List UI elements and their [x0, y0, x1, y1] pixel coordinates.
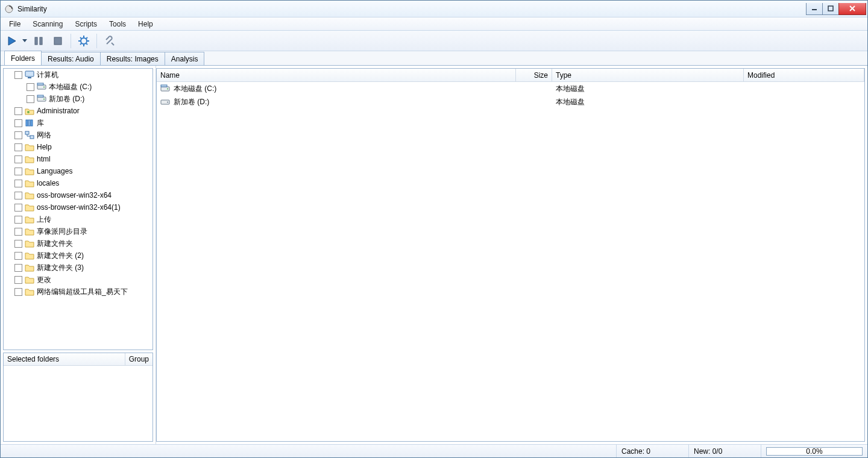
- cell-type: 本地磁盘: [552, 84, 744, 94]
- checkbox[interactable]: [27, 95, 34, 103]
- tree-item-6[interactable]: locales: [4, 177, 153, 189]
- checkbox[interactable]: [14, 119, 22, 127]
- group-col[interactable]: Group: [125, 353, 153, 365]
- svg-marker-6: [22, 39, 27, 42]
- checkbox[interactable]: [14, 168, 22, 175]
- tree-label: Help: [37, 143, 52, 151]
- checkbox[interactable]: [14, 143, 22, 151]
- play-dropdown[interactable]: [21, 33, 28, 49]
- tree-label: locales: [37, 179, 59, 187]
- settings-button[interactable]: [75, 33, 93, 49]
- close-button[interactable]: [838, 3, 866, 15]
- play-button[interactable]: [3, 33, 21, 49]
- tree-item-7[interactable]: oss-browser-win32-x64: [4, 189, 153, 201]
- checkbox[interactable]: [14, 228, 22, 236]
- tab-analysis[interactable]: Analysis: [165, 52, 205, 65]
- stop-icon: [53, 36, 63, 46]
- checkbox[interactable]: [14, 288, 22, 296]
- tree-item-8[interactable]: oss-browser-win32-x64(1): [4, 201, 153, 213]
- tree-item-11[interactable]: 新建文件夹: [4, 237, 153, 249]
- tree-label: 库: [37, 118, 44, 128]
- tree-item-3[interactable]: Help: [4, 141, 153, 153]
- tab-results-images[interactable]: Results: Images: [100, 52, 165, 65]
- checkbox[interactable]: [14, 276, 22, 284]
- tree-item-4[interactable]: html: [4, 153, 153, 165]
- tree-label: 网络: [37, 130, 51, 140]
- tree-root-computer[interactable]: 计算机: [4, 69, 153, 81]
- stop-button[interactable]: [49, 33, 67, 49]
- col-size[interactable]: Size: [516, 69, 552, 81]
- tree-item-15[interactable]: 网络编辑超级工具箱_易天下: [4, 286, 153, 298]
- tree-label: Administrator: [37, 107, 80, 115]
- toolbar-separator: [96, 34, 97, 48]
- checkbox[interactable]: [14, 216, 22, 224]
- menu-scanning[interactable]: Scanning: [27, 17, 69, 30]
- titlebar[interactable]: Similarity: [1, 1, 867, 17]
- checkbox[interactable]: [14, 131, 22, 139]
- pause-button[interactable]: [30, 33, 48, 49]
- progress-bar: 0.0%: [766, 447, 863, 456]
- checkbox[interactable]: [14, 240, 22, 248]
- library-icon: [25, 118, 34, 128]
- status-new: New: 0/0: [688, 445, 761, 457]
- checkbox[interactable]: [14, 107, 22, 115]
- tools-button[interactable]: [101, 33, 119, 49]
- maximize-button[interactable]: [822, 3, 839, 15]
- checkbox[interactable]: [14, 252, 22, 260]
- col-name[interactable]: Name: [157, 69, 516, 81]
- cell-name: 本地磁盘 (C:): [157, 84, 516, 94]
- list-row-0[interactable]: 本地磁盘 (C:)本地磁盘: [157, 82, 864, 95]
- col-modified[interactable]: Modified: [744, 69, 864, 81]
- checkbox[interactable]: [14, 264, 22, 272]
- svg-rect-24: [37, 83, 43, 85]
- svg-point-38: [167, 102, 168, 103]
- folder-icon: [25, 215, 34, 224]
- menu-tools[interactable]: Tools: [103, 17, 132, 30]
- menu-help[interactable]: Help: [132, 17, 159, 30]
- selected-folders-header: Selected folders Group: [4, 353, 153, 366]
- checkbox[interactable]: [14, 71, 22, 79]
- list-row-1[interactable]: 新加卷 (D:)本地磁盘: [157, 95, 864, 108]
- menu-file[interactable]: File: [3, 17, 27, 30]
- checkbox[interactable]: [27, 83, 34, 91]
- toolbar: [1, 31, 867, 51]
- tree-label: 新建文件夹 (2): [37, 251, 84, 261]
- svg-rect-31: [31, 120, 33, 126]
- tree-item-2[interactable]: 网络: [4, 129, 153, 141]
- minimize-button[interactable]: [806, 3, 823, 15]
- app-window: Similarity File Scanning Scripts Tools H…: [0, 0, 868, 458]
- checkbox[interactable]: [14, 155, 22, 163]
- file-list-body[interactable]: 本地磁盘 (C:)本地磁盘新加卷 (D:)本地磁盘: [157, 82, 864, 441]
- tree-item-13[interactable]: 新建文件夹 (3): [4, 262, 153, 274]
- col-type[interactable]: Type: [552, 69, 744, 81]
- folder-icon: [25, 287, 34, 296]
- svg-rect-27: [37, 95, 43, 97]
- tree-item-5[interactable]: Languages: [4, 165, 153, 177]
- tree-label: 新建文件夹 (3): [37, 263, 84, 273]
- folder-icon: [25, 239, 34, 248]
- tree-item-9[interactable]: 上传: [4, 213, 153, 225]
- tree-item-10[interactable]: 享像派同步目录: [4, 225, 153, 237]
- menu-scripts[interactable]: Scripts: [69, 17, 103, 30]
- window-title: Similarity: [17, 5, 47, 13]
- checkbox[interactable]: [14, 204, 22, 212]
- svg-point-23: [43, 87, 45, 88]
- selected-folders-col[interactable]: Selected folders: [4, 353, 63, 365]
- row-name: 新加卷 (D:): [174, 97, 209, 107]
- tree-drive-1[interactable]: 新加卷 (D:): [4, 93, 153, 105]
- checkbox[interactable]: [14, 192, 22, 199]
- tabbar: Folders Results: Audio Results: Images A…: [1, 51, 867, 66]
- folder-icon: [25, 154, 34, 164]
- tree-label: 上传: [37, 215, 51, 225]
- tree-drive-0[interactable]: 本地磁盘 (C:): [4, 81, 153, 93]
- tab-folders[interactable]: Folders: [4, 51, 42, 65]
- checkbox[interactable]: [14, 180, 22, 187]
- tree-item-1[interactable]: 库: [4, 117, 153, 129]
- folder-icon: [25, 142, 34, 152]
- tree-item-12[interactable]: 新建文件夹 (2): [4, 249, 153, 262]
- tree-item-0[interactable]: Administrator: [4, 105, 153, 117]
- tree-item-14[interactable]: 更改: [4, 274, 153, 286]
- tab-results-audio[interactable]: Results: Audio: [41, 52, 101, 65]
- folder-tree[interactable]: 计算机本地磁盘 (C:)新加卷 (D:)Administrator库网络Help…: [3, 68, 153, 350]
- main-area: 计算机本地磁盘 (C:)新加卷 (D:)Administrator库网络Help…: [1, 66, 867, 444]
